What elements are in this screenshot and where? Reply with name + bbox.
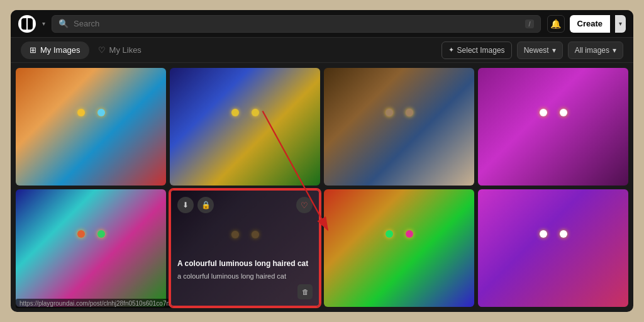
- logo-chevron[interactable]: ▾: [42, 20, 45, 27]
- create-dropdown-button[interactable]: ▾: [615, 15, 626, 33]
- overlay-text: A colourful luminous long haired cat a c…: [177, 259, 313, 280]
- heart-icon: ♡: [301, 201, 308, 210]
- overlay-bottom: 🗑: [177, 284, 313, 299]
- sub-header: ⊞ My Images ♡ My Likes ✦ Select Images N…: [11, 38, 633, 63]
- image-cell-5[interactable]: [16, 189, 166, 307]
- newest-dropdown[interactable]: Newest ▾: [517, 42, 563, 59]
- heart-icon: ♡: [98, 45, 106, 55]
- image-grid: ⬇ 🔒 ♡ A colourful luminous long haired c…: [11, 63, 633, 312]
- download-icon: ⬇: [182, 201, 189, 209]
- image-title: A colourful luminous long haired cat: [177, 259, 313, 269]
- logo: [18, 15, 36, 33]
- notification-button[interactable]: 🔔: [547, 15, 565, 33]
- image-overlay: ⬇ 🔒 ♡ A colourful luminous long haired c…: [171, 191, 319, 306]
- chevron-down-icon-2: ▾: [613, 46, 616, 55]
- logo-icon: [21, 18, 33, 30]
- overlay-top: ⬇ 🔒 ♡: [177, 197, 313, 213]
- overlay-action-icons: ⬇ 🔒: [177, 197, 214, 213]
- cursor-icon: ✦: [448, 46, 454, 54]
- app-container: ▾ 🔍 / 🔔 Create ▾ ⊞ My Images ♡ My Likes …: [11, 10, 633, 312]
- image-cell-1[interactable]: [16, 68, 166, 186]
- select-images-button[interactable]: ✦ Select Images: [441, 42, 512, 59]
- create-button[interactable]: Create: [570, 15, 610, 33]
- delete-button[interactable]: 🗑: [297, 284, 313, 299]
- bell-icon: 🔔: [550, 19, 561, 29]
- tab-my-likes[interactable]: ♡ My Likes: [89, 42, 150, 59]
- all-images-dropdown[interactable]: All images ▾: [568, 42, 623, 59]
- image-cell-3[interactable]: [324, 68, 474, 186]
- trash-icon: 🗑: [302, 288, 309, 296]
- search-icon: 🔍: [58, 19, 69, 28]
- search-shortcut: /: [525, 19, 533, 28]
- download-button[interactable]: ⬇: [177, 197, 194, 213]
- image-cell-8[interactable]: [478, 189, 628, 307]
- image-cell-4[interactable]: [478, 68, 628, 186]
- chevron-down-icon: ▾: [552, 46, 556, 55]
- search-bar[interactable]: 🔍 /: [52, 15, 541, 33]
- header-actions: 🔔 Create ▾: [547, 15, 626, 33]
- lock-icon: 🔒: [201, 201, 211, 209]
- tab-my-images[interactable]: ⊞ My Images: [21, 42, 89, 59]
- image-description: a colourful luminous long haired cat: [177, 272, 313, 280]
- image-cell-6-highlighted[interactable]: ⬇ 🔒 ♡ A colourful luminous long haired c…: [170, 189, 320, 307]
- sub-header-right: ✦ Select Images Newest ▾ All images ▾: [441, 42, 623, 59]
- image-cell-2[interactable]: [170, 68, 320, 186]
- images-icon: ⊞: [30, 45, 36, 55]
- image-cell-7[interactable]: [324, 189, 474, 307]
- status-bar: https://playgroundai.com/post/clnhj28fn0…: [16, 299, 189, 308]
- header: ▾ 🔍 / 🔔 Create ▾: [11, 10, 633, 38]
- search-input[interactable]: [74, 19, 520, 28]
- lock-button[interactable]: 🔒: [197, 197, 214, 213]
- like-button[interactable]: ♡: [296, 197, 313, 213]
